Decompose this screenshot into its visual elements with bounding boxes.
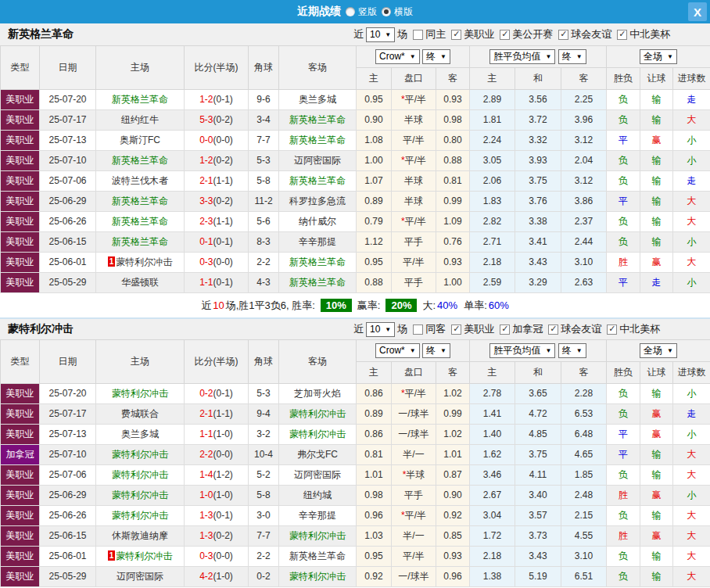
league-checkbox[interactable] (548, 324, 558, 335)
score-cell: 2-1(1-1) (185, 171, 249, 192)
asia-away-odds-cell: 0.99 (436, 404, 470, 425)
result-wdl-cell: 负 (607, 465, 640, 486)
away-team-cell: 蒙特利尔冲击 (279, 404, 357, 425)
league-label[interactable]: 中北美杯 (629, 27, 670, 41)
league-checkbox[interactable] (451, 324, 461, 335)
league-label[interactable]: 球会友谊 (561, 322, 601, 336)
asia-final-select[interactable]: 终▼ (422, 49, 450, 64)
home-team-cell: 波特兰伐木者 (96, 171, 185, 192)
europe-away-odds-cell: 4.55 (561, 526, 607, 547)
league-checkbox[interactable] (607, 324, 617, 335)
league-checkbox[interactable] (500, 30, 510, 40)
col-corners: 角球 (249, 340, 279, 384)
league-label[interactable]: 美职业 (464, 27, 494, 41)
summary-record: 场,胜1平3负6, 胜率: (226, 299, 315, 313)
league-label[interactable]: 球会友谊 (571, 27, 611, 41)
same-venue-checkbox[interactable] (413, 30, 423, 40)
halftime-score: (0-0) (213, 449, 233, 460)
match-row: 美职业25-06-15新英格兰革命0-1(0-1)8-3辛辛那提1.12平手0.… (1, 232, 710, 253)
score-cell: 2-1(1-1) (185, 404, 249, 425)
europe-final-select[interactable]: 终▼ (558, 49, 586, 64)
handicap-line-cell: *平/半 (392, 151, 436, 171)
europe-avg-select[interactable]: 胜平负均值▼ (489, 343, 555, 358)
away-team-name: 新英格兰革命 (289, 550, 346, 561)
league-checkbox[interactable] (617, 30, 627, 40)
match-row: 美职业25-06-011蒙特利尔冲击0-3(0-0)2-2新英格兰革命0.95平… (1, 253, 710, 273)
radio-label[interactable]: 竖版 (358, 5, 377, 19)
league-label[interactable]: 中北美杯 (619, 322, 660, 336)
match-date-cell: 25-06-26 (40, 212, 96, 232)
asia-odds-group: Crow*▼ 终▼ (357, 340, 470, 362)
match-date-cell: 25-07-13 (40, 131, 96, 151)
close-icon[interactable]: X (688, 2, 707, 21)
match-date-cell: 25-06-01 (40, 253, 96, 273)
filter-bar: 近 10▼ 场 同主 美职业 美公开赛 球会友谊 中北美杯 (353, 23, 670, 45)
match-date-cell: 25-07-06 (40, 465, 96, 486)
europe-away-odds-cell: 2.04 (561, 151, 607, 171)
halftime-score: (0-1) (213, 236, 233, 247)
fulltime-score: 1-0 (199, 489, 213, 500)
asia-home-odds-cell: 0.79 (357, 212, 392, 232)
home-team-name: 新英格兰革命 (112, 155, 168, 166)
home-team-cell: 新英格兰革命 (96, 212, 185, 232)
league-label[interactable]: 美职业 (464, 322, 494, 336)
result-goals-cell: 大 (673, 465, 710, 486)
result-goals-cell: 大 (673, 192, 710, 212)
match-date-cell: 25-06-15 (40, 526, 96, 547)
recent-count-select[interactable]: 10▼ (366, 27, 395, 42)
radio-icon[interactable] (382, 7, 391, 16)
asia-away-odds-cell: 0.87 (436, 465, 470, 486)
col-asia-home: 主 (357, 362, 392, 384)
away-team-cell: 奥兰多城 (279, 90, 357, 110)
away-team-name: 新英格兰革命 (289, 175, 346, 186)
home-team-name: 奥斯汀FC (120, 134, 160, 145)
europe-draw-odds-cell: 3.93 (515, 151, 561, 171)
league-label[interactable]: 美公开赛 (512, 27, 553, 41)
same-venue-label[interactable]: 同主 (425, 27, 446, 41)
league-type-cell: 美职业 (1, 131, 40, 151)
match-date-cell: 25-05-29 (40, 567, 96, 587)
bookmaker-select[interactable]: Crow*▼ (375, 343, 420, 358)
league-label[interactable]: 加拿冠 (512, 322, 543, 336)
result-goals-cell: 小 (673, 232, 710, 253)
radio-icon[interactable] (346, 7, 355, 16)
league-type-cell: 美职业 (1, 526, 40, 547)
europe-draw-odds-cell: 4.85 (515, 425, 561, 445)
layout-radio-vertical[interactable]: 竖版 (346, 5, 377, 19)
fulltime-score: 1-1 (199, 428, 213, 439)
chevron-down-icon: ▼ (667, 51, 673, 63)
same-venue-label[interactable]: 同客 (425, 322, 446, 336)
recent-count-select[interactable]: 10▼ (366, 322, 395, 337)
europe-draw-odds-cell: 3.40 (515, 486, 561, 506)
league-checkbox[interactable] (558, 30, 568, 40)
europe-final-select[interactable]: 终▼ (558, 343, 586, 358)
league-checkbox[interactable] (500, 324, 510, 335)
asia-final-select[interactable]: 终▼ (422, 343, 450, 358)
scope-select[interactable]: 全场▼ (640, 343, 677, 358)
europe-avg-select[interactable]: 胜平负均值▼ (489, 49, 555, 64)
match-row: 美职业25-07-13奥斯汀FC0-0(0-0)7-7新英格兰革命1.08平/半… (1, 131, 710, 151)
scope-select[interactable]: 全场▼ (640, 49, 677, 64)
league-checkbox[interactable] (451, 30, 461, 40)
away-team-cell: 新英格兰革命 (279, 253, 357, 273)
col-eu-home: 主 (470, 362, 515, 384)
match-date-cell: 25-07-17 (40, 404, 96, 425)
fulltime-score: 0-3 (199, 256, 213, 267)
home-team-name: 新英格兰革命 (112, 94, 168, 105)
layout-radio-horizontal[interactable]: 横版 (382, 5, 413, 19)
fulltime-score: 2-1 (199, 175, 213, 186)
halftime-score: (0-2) (213, 155, 233, 166)
chevron-down-icon: ▼ (545, 345, 551, 357)
away-team-cell: 辛辛那提 (279, 232, 357, 253)
match-row: 美职业25-07-06蒙特利尔冲击1-4(1-2)5-2迈阿密国际1.01*半球… (1, 465, 710, 486)
same-venue-checkbox[interactable] (413, 324, 423, 335)
result-handicap-cell: 输 (640, 445, 673, 465)
handicap-line-cell: 平/半 (392, 547, 436, 567)
radio-label[interactable]: 横版 (394, 5, 413, 19)
bookmaker-select[interactable]: Crow*▼ (375, 49, 420, 64)
asia-away-odds-cell: 0.81 (436, 171, 470, 192)
match-date-cell: 25-06-01 (40, 547, 96, 567)
europe-draw-odds-cell: 3.75 (515, 445, 561, 465)
europe-draw-odds-cell: 3.56 (515, 90, 561, 110)
home-team-name: 蒙特利尔冲击 (112, 489, 168, 500)
